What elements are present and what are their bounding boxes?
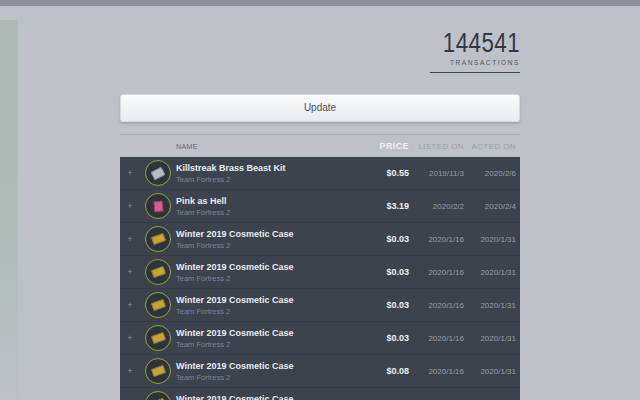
item-price: $0.08: [359, 366, 409, 376]
listed-on-date: 2020/1/16: [409, 301, 464, 310]
table-row[interactable]: + Winter 2019 Cosmetic Case Team Fortres…: [120, 321, 520, 354]
acted-on-date: 2020/1/31: [464, 268, 516, 277]
table-header-row: NAME PRICE LISTED ON ACTED ON: [120, 135, 520, 157]
listed-on-date: 2020/2/2: [409, 202, 464, 211]
item-info: Winter 2019 Cosmetic Case Team Fortress …: [176, 229, 359, 250]
item-icon-ring: [145, 391, 171, 400]
item-game: Team Fortress 2: [176, 373, 359, 382]
item-info: Winter 2019 Cosmetic Case Team Fortress …: [176, 328, 359, 349]
acted-on-date: 2020/2/6: [464, 169, 516, 178]
item-icon-ring: [145, 325, 171, 351]
item-price: $0.03: [359, 300, 409, 310]
item-name: Winter 2019 Cosmetic Case: [176, 328, 359, 338]
column-header-price: PRICE: [359, 141, 409, 151]
crate-icon: [140, 259, 176, 285]
table-row[interactable]: + Winter 2019 Cosmetic Case Team Fortres…: [120, 354, 520, 387]
listed-on-date: 2020/1/16: [409, 334, 464, 343]
table-body: + Killstreak Brass Beast Kit Team Fortre…: [120, 157, 520, 400]
crate-icon: [140, 358, 176, 384]
item-glyph: [151, 365, 166, 377]
item-icon-ring: [145, 358, 171, 384]
item-info: Winter 2019 Cosmetic Case Team Fortress …: [176, 262, 359, 283]
table-row[interactable]: + Winter 2019 Cosmetic Case Team Fortres…: [120, 288, 520, 321]
item-name: Killstreak Brass Beast Kit: [176, 163, 359, 173]
item-glyph: [151, 299, 166, 311]
top-bar: [0, 0, 640, 6]
stat-underline: [430, 72, 520, 73]
item-game: Team Fortress 2: [176, 241, 359, 250]
item-icon-ring: [145, 193, 171, 219]
item-name: Winter 2019 Cosmetic Case: [176, 295, 359, 305]
column-header-acted-on: ACTED ON: [464, 142, 516, 151]
item-price: $0.03: [359, 267, 409, 277]
acted-on-date: 2020/1/31: [464, 235, 516, 244]
transactions-stat: 144541 TRANSACTIONS: [360, 28, 520, 73]
transactions-table: NAME PRICE LISTED ON ACTED ON + Killstre…: [120, 134, 520, 400]
item-game: Team Fortress 2: [176, 340, 359, 349]
item-icon-ring: [145, 160, 171, 186]
expand-plus-icon[interactable]: +: [120, 234, 140, 244]
crate-icon: [140, 391, 176, 400]
table-row[interactable]: + Killstreak Brass Beast Kit Team Fortre…: [120, 157, 520, 189]
table-row[interactable]: + Pink as Hell Team Fortress 2 $3.19 202…: [120, 189, 520, 222]
item-glyph: [153, 200, 163, 212]
item-price: $0.55: [359, 168, 409, 178]
expand-plus-icon[interactable]: +: [120, 300, 140, 310]
transactions-count: 144541: [392, 28, 520, 58]
update-button[interactable]: Update: [120, 94, 520, 122]
killstreak-kit-icon: [140, 160, 176, 186]
item-glyph: [151, 233, 166, 245]
listed-on-date: 2020/1/16: [409, 268, 464, 277]
column-header-listed-on: LISTED ON: [409, 142, 464, 151]
item-info: Winter 2019 Cosmetic Case Team Fortress …: [176, 295, 359, 316]
item-icon-ring: [145, 259, 171, 285]
item-price: $0.03: [359, 234, 409, 244]
expand-plus-icon[interactable]: +: [120, 333, 140, 343]
acted-on-date: 2020/1/31: [464, 301, 516, 310]
item-name: Winter 2019 Cosmetic Case: [176, 361, 359, 371]
item-game: Team Fortress 2: [176, 274, 359, 283]
acted-on-date: 2020/1/31: [464, 367, 516, 376]
item-name: Winter 2019 Cosmetic Case: [176, 229, 359, 239]
page-edge-strip: [0, 20, 18, 400]
table-row[interactable]: + Winter 2019 Cosmetic Case Team Fortres…: [120, 387, 520, 400]
expand-plus-icon[interactable]: +: [120, 267, 140, 277]
item-info: Winter 2019 Cosmetic Case Team Fortress …: [176, 361, 359, 382]
expand-plus-icon[interactable]: +: [120, 168, 140, 178]
item-name: Winter 2019 Cosmetic Case: [176, 262, 359, 272]
transactions-label: TRANSACTIONS: [360, 59, 520, 66]
item-glyph: [151, 166, 166, 180]
listed-on-date: 2020/1/16: [409, 235, 464, 244]
crate-icon: [140, 226, 176, 252]
item-info: Winter 2019 Cosmetic Case Team Fortress …: [176, 394, 359, 400]
table-row[interactable]: + Winter 2019 Cosmetic Case Team Fortres…: [120, 222, 520, 255]
expand-plus-icon[interactable]: +: [120, 366, 140, 376]
item-info: Killstreak Brass Beast Kit Team Fortress…: [176, 163, 359, 184]
item-name: Pink as Hell: [176, 196, 359, 206]
item-glyph: [151, 266, 166, 278]
crate-icon: [140, 292, 176, 318]
crate-icon: [140, 325, 176, 351]
item-game: Team Fortress 2: [176, 175, 359, 184]
item-glyph: [151, 332, 166, 344]
item-name: Winter 2019 Cosmetic Case: [176, 394, 359, 400]
column-header-name: NAME: [176, 143, 359, 150]
item-icon-ring: [145, 292, 171, 318]
acted-on-date: 2020/1/31: [464, 334, 516, 343]
item-game: Team Fortress 2: [176, 307, 359, 316]
expand-plus-icon[interactable]: +: [120, 201, 140, 211]
listed-on-date: 2020/1/16: [409, 367, 464, 376]
item-info: Pink as Hell Team Fortress 2: [176, 196, 359, 217]
item-game: Team Fortress 2: [176, 208, 359, 217]
item-icon-ring: [145, 226, 171, 252]
item-price: $0.03: [359, 333, 409, 343]
paint-can-icon: [140, 193, 176, 219]
listed-on-date: 2019/11/3: [409, 169, 464, 178]
table-row[interactable]: + Winter 2019 Cosmetic Case Team Fortres…: [120, 255, 520, 288]
item-price: $3.19: [359, 201, 409, 211]
acted-on-date: 2020/2/4: [464, 202, 516, 211]
